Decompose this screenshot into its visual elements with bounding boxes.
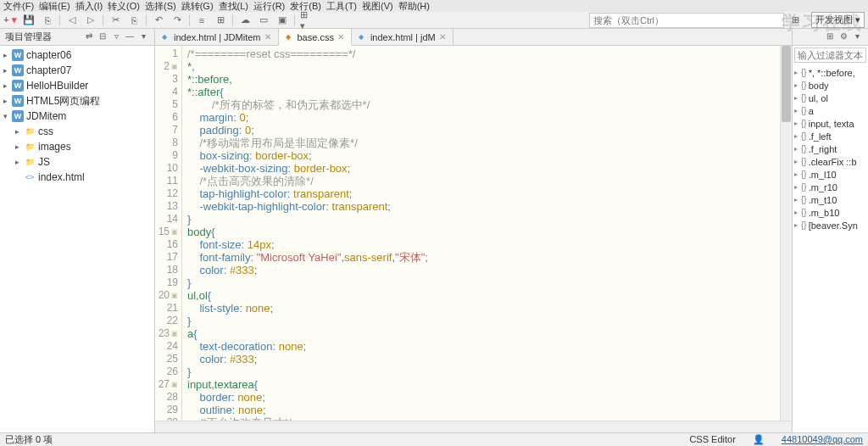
phone-button[interactable]: ▭ bbox=[257, 14, 270, 27]
tree-child[interactable]: ▸📁css bbox=[0, 124, 154, 139]
menu-item[interactable]: 编辑(E) bbox=[39, 0, 70, 12]
scrollbar-thumb[interactable] bbox=[782, 46, 791, 122]
editor-tab[interactable]: ◆base.css✕ bbox=[279, 29, 352, 46]
save-button[interactable]: 💾 bbox=[22, 14, 36, 27]
back-button[interactable]: ◁ bbox=[65, 14, 79, 27]
menu-item[interactable]: 文件(F) bbox=[3, 0, 34, 12]
cloud-button[interactable]: ☁ bbox=[238, 14, 252, 27]
menu-item[interactable]: 转义(O) bbox=[108, 0, 140, 12]
project-item[interactable]: ▾WJDMitem bbox=[0, 109, 154, 124]
collapse-icon[interactable]: ⊟ bbox=[97, 31, 108, 43]
code-editor[interactable]: /*========reset css=========*/*,*::befor… bbox=[182, 46, 780, 421]
outline-item[interactable]: ▸{}.m_t10 bbox=[794, 193, 866, 206]
project-panel-title: 项目管理器 bbox=[5, 31, 81, 43]
project-item[interactable]: ▸Wchapter06 bbox=[0, 47, 154, 63]
outline-item[interactable]: ▸{}ul, ol bbox=[794, 92, 866, 104]
redo-button[interactable]: ↷ bbox=[170, 14, 184, 27]
outline-item[interactable]: ▸{}.f_left bbox=[794, 130, 866, 142]
align-button[interactable]: ≡ bbox=[195, 14, 209, 27]
rule-icon: {} bbox=[801, 182, 807, 192]
menu-item[interactable]: 视图(V) bbox=[362, 0, 393, 12]
tree-child[interactable]: <>index.html bbox=[0, 170, 154, 185]
project-tree[interactable]: ▸Wchapter06▸Wchapter07▸WHelloHBuilder▸WH… bbox=[0, 46, 154, 432]
menu-icon[interactable]: ▾ bbox=[137, 31, 149, 43]
rule-icon: {} bbox=[801, 220, 807, 230]
menu-item[interactable]: 插入(I) bbox=[75, 0, 103, 12]
rule-icon: {} bbox=[801, 131, 807, 141]
filter-icon[interactable]: ▿ bbox=[110, 31, 122, 43]
menu-item[interactable]: 选择(S) bbox=[145, 0, 176, 12]
format-button[interactable]: ⊞ bbox=[214, 14, 227, 27]
rule-icon: {} bbox=[801, 81, 807, 90]
outline-tree[interactable]: ▸{}*, *::before,▸{}body▸{}ul, ol▸{}a▸{}i… bbox=[793, 64, 868, 432]
rule-icon: {} bbox=[801, 106, 807, 115]
outline-item[interactable]: ▸{}.m_l10 bbox=[794, 168, 866, 181]
project-panel-header: 项目管理器 ⇄ ⊟ ▿ — ▾ bbox=[0, 29, 154, 46]
tree-child[interactable]: ▸📁images bbox=[0, 139, 154, 154]
project-icon: W bbox=[12, 49, 24, 61]
layout-icon[interactable]: ⊞ bbox=[789, 14, 803, 27]
grid-button[interactable]: ⊞ ▾ bbox=[300, 14, 314, 27]
folder-icon: 📁 bbox=[24, 141, 36, 153]
separator bbox=[103, 14, 103, 26]
outline-item[interactable]: ▸{}.m_b10 bbox=[794, 206, 866, 219]
project-icon: W bbox=[12, 80, 24, 92]
editor-tab[interactable]: ◆index.html | jdM✕ bbox=[352, 29, 453, 45]
copy-button[interactable]: ⎘ bbox=[127, 14, 141, 27]
project-item[interactable]: ▸WHTML5网页编程 bbox=[0, 93, 154, 109]
rule-icon: {} bbox=[801, 119, 807, 128]
editor-tab[interactable]: ◆index.html | JDMitem✕ bbox=[155, 29, 279, 45]
horizontal-scrollbar[interactable] bbox=[155, 421, 792, 432]
link-icon[interactable]: ⇄ bbox=[83, 31, 95, 43]
project-item[interactable]: ▸Wchapter07 bbox=[0, 63, 154, 78]
rule-icon: {} bbox=[801, 144, 807, 153]
editor-area: ◆index.html | JDMitem✕◆base.css✕◆index.h… bbox=[155, 29, 792, 432]
vertical-scrollbar[interactable] bbox=[780, 46, 792, 421]
cut-button[interactable]: ✂ bbox=[108, 14, 122, 27]
menu-item[interactable]: 运行(R) bbox=[253, 0, 285, 12]
outline-item[interactable]: ▸{}.m_r10 bbox=[794, 181, 866, 193]
outline-item[interactable]: ▸{}.clearFix ::b bbox=[794, 155, 866, 168]
menu-item[interactable]: 查找(L) bbox=[219, 0, 248, 12]
editor-tabs: ◆index.html | JDMitem✕◆base.css✕◆index.h… bbox=[155, 29, 792, 46]
project-icon: W bbox=[12, 110, 24, 122]
tree-icon[interactable]: ⊞ bbox=[824, 31, 836, 43]
run-button[interactable]: ▣ bbox=[275, 14, 289, 27]
devview-dropdown[interactable]: 开发视图 ▾ bbox=[811, 12, 865, 28]
close-icon[interactable]: ✕ bbox=[439, 32, 446, 42]
html-icon: ◆ bbox=[162, 33, 170, 42]
outline-item[interactable]: ▸{}*, *::before, bbox=[794, 66, 866, 79]
min-icon[interactable]: ▾ bbox=[851, 31, 863, 43]
css-icon: ◆ bbox=[286, 33, 294, 42]
outline-item[interactable]: ▸{}.f_right bbox=[794, 142, 866, 155]
outline-item[interactable]: ▸{}input, texta bbox=[794, 117, 866, 130]
new-dropdown-button[interactable]: + ▾ bbox=[3, 14, 17, 27]
outline-item[interactable]: ▸{}body bbox=[794, 79, 866, 92]
save-all-button[interactable]: ⎘ bbox=[41, 14, 54, 27]
close-icon[interactable]: ✕ bbox=[264, 32, 271, 42]
undo-button[interactable]: ↶ bbox=[152, 14, 165, 27]
status-email-link[interactable]: 44810049@qq.com bbox=[782, 434, 863, 445]
minimize-icon[interactable]: — bbox=[124, 31, 136, 43]
separator bbox=[232, 14, 233, 26]
menu-item[interactable]: 帮助(H) bbox=[398, 0, 430, 12]
forward-button[interactable]: ▷ bbox=[84, 14, 97, 27]
settings-icon[interactable]: ⚙ bbox=[837, 31, 849, 43]
menu-item[interactable]: 跳转(G) bbox=[181, 0, 214, 12]
html-icon: <> bbox=[24, 171, 36, 183]
menu-item[interactable]: 工具(T) bbox=[326, 0, 357, 12]
outline-item[interactable]: ▸{}[beaver.Syn bbox=[794, 219, 866, 231]
tree-child[interactable]: ▸📁JS bbox=[0, 154, 154, 170]
project-icon: W bbox=[12, 64, 24, 76]
separator bbox=[59, 14, 60, 26]
rule-icon: {} bbox=[801, 93, 807, 103]
status-account-icon: 👤 bbox=[753, 434, 765, 445]
project-item[interactable]: ▸WHelloHBuilder bbox=[0, 78, 154, 93]
close-icon[interactable]: ✕ bbox=[337, 32, 344, 42]
outline-item[interactable]: ▸{}a bbox=[794, 104, 866, 117]
statusbar: 已选择 0 项 CSS Editor 👤 44810049@qq.com bbox=[0, 432, 868, 446]
project-icon: W bbox=[12, 95, 24, 107]
folder-icon: 📁 bbox=[24, 156, 36, 168]
search-input[interactable] bbox=[589, 13, 784, 28]
outline-filter-input[interactable] bbox=[794, 47, 866, 63]
